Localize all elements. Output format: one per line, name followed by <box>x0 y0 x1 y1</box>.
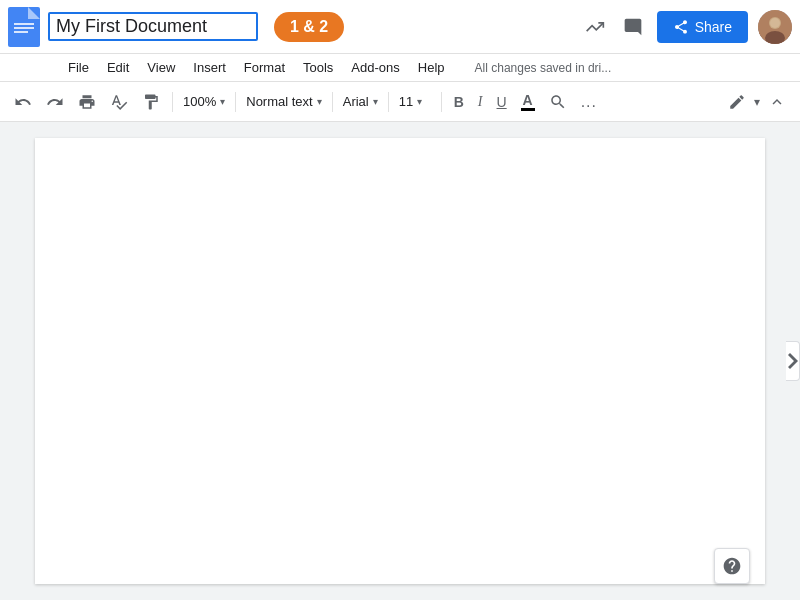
divider-2 <box>235 92 236 112</box>
editing-mode-button[interactable] <box>722 89 752 115</box>
title-bar-right: Share <box>581 10 792 44</box>
text-color-bar <box>521 108 535 111</box>
menu-bar: File Edit View Insert Format Tools Add-o… <box>0 54 800 82</box>
underline-button[interactable]: U <box>491 90 513 114</box>
underline-letter: U <box>497 94 507 110</box>
edit-pen-icon <box>728 93 746 111</box>
menu-insert[interactable]: Insert <box>185 58 234 77</box>
menu-help[interactable]: Help <box>410 58 453 77</box>
more-icon: ... <box>581 93 597 111</box>
menu-edit[interactable]: Edit <box>99 58 137 77</box>
paragraph-style-selector[interactable]: Normal text ▾ <box>242 91 325 112</box>
annotation-badge: 1 & 2 <box>274 12 344 42</box>
avatar-image <box>758 10 792 44</box>
editor-container <box>0 122 800 600</box>
divider-1 <box>172 92 173 112</box>
collapse-toolbar-button[interactable] <box>762 89 792 115</box>
text-color-button[interactable]: A <box>515 88 541 115</box>
menu-file[interactable]: File <box>60 58 97 77</box>
italic-icon: I <box>478 94 483 110</box>
explore-floating-icon <box>722 556 742 576</box>
font-size-selector[interactable]: 11 ▾ <box>395 91 435 112</box>
highlight-icon <box>549 93 567 111</box>
svg-point-8 <box>770 18 780 28</box>
font-family-dropdown-arrow: ▾ <box>373 96 378 107</box>
collapse-right-icon <box>788 353 798 369</box>
menu-view[interactable]: View <box>139 58 183 77</box>
paragraph-style-dropdown-arrow: ▾ <box>317 96 322 107</box>
share-button[interactable]: Share <box>657 11 748 43</box>
share-icon <box>673 19 689 35</box>
share-label: Share <box>695 19 732 35</box>
print-icon <box>78 93 96 111</box>
underline-icon-group: U <box>497 94 507 110</box>
text-color-icon-group: A <box>521 92 535 111</box>
paint-format-button[interactable] <box>136 89 166 115</box>
autosave-status: All changes saved in dri... <box>475 61 612 75</box>
more-options-button[interactable]: ... <box>575 89 603 115</box>
paint-format-icon <box>142 93 160 111</box>
chevron-up-icon <box>768 93 786 111</box>
divider-5 <box>441 92 442 112</box>
font-size-dropdown-arrow: ▾ <box>417 96 422 107</box>
divider-4 <box>388 92 389 112</box>
title-bar: 1 & 2 Share <box>0 0 800 54</box>
spellcheck-icon <box>110 93 128 111</box>
font-size-value: 11 <box>399 94 413 109</box>
editing-label: ▾ <box>754 95 760 109</box>
menu-format[interactable]: Format <box>236 58 293 77</box>
paragraph-style-value: Normal text <box>246 94 312 109</box>
svg-rect-4 <box>14 31 28 33</box>
document-page[interactable] <box>35 138 765 584</box>
menu-addons[interactable]: Add-ons <box>343 58 407 77</box>
font-family-selector[interactable]: Arial ▾ <box>339 91 382 112</box>
explore-floating-button[interactable] <box>714 548 750 584</box>
font-family-value: Arial <box>343 94 369 109</box>
zoom-selector[interactable]: 100% ▾ <box>179 91 229 112</box>
zoom-value: 100% <box>183 94 216 109</box>
comment-icon <box>623 17 643 37</box>
italic-button[interactable]: I <box>472 90 489 114</box>
title-input-wrapper <box>48 12 258 41</box>
toolbar: 100% ▾ Normal text ▾ Arial ▾ 11 ▾ B I U … <box>0 82 800 122</box>
explore-button[interactable] <box>581 13 609 41</box>
menu-tools[interactable]: Tools <box>295 58 341 77</box>
trend-icon <box>585 17 605 37</box>
zoom-dropdown-arrow: ▾ <box>220 96 225 107</box>
undo-icon <box>14 93 32 111</box>
bold-button[interactable]: B <box>448 90 470 114</box>
user-avatar[interactable] <box>758 10 792 44</box>
redo-button[interactable] <box>40 89 70 115</box>
right-panel-collapse-button[interactable] <box>786 341 800 381</box>
svg-rect-2 <box>14 23 34 25</box>
svg-rect-3 <box>14 27 34 29</box>
spellcheck-button[interactable] <box>104 89 134 115</box>
text-color-letter: A <box>523 92 533 108</box>
print-button[interactable] <box>72 89 102 115</box>
document-title-input[interactable] <box>48 12 258 41</box>
undo-button[interactable] <box>8 89 38 115</box>
bold-icon: B <box>454 94 464 110</box>
doc-icon <box>8 7 40 47</box>
comments-button[interactable] <box>619 13 647 41</box>
redo-icon <box>46 93 64 111</box>
highlight-color-button[interactable] <box>543 89 573 115</box>
divider-3 <box>332 92 333 112</box>
